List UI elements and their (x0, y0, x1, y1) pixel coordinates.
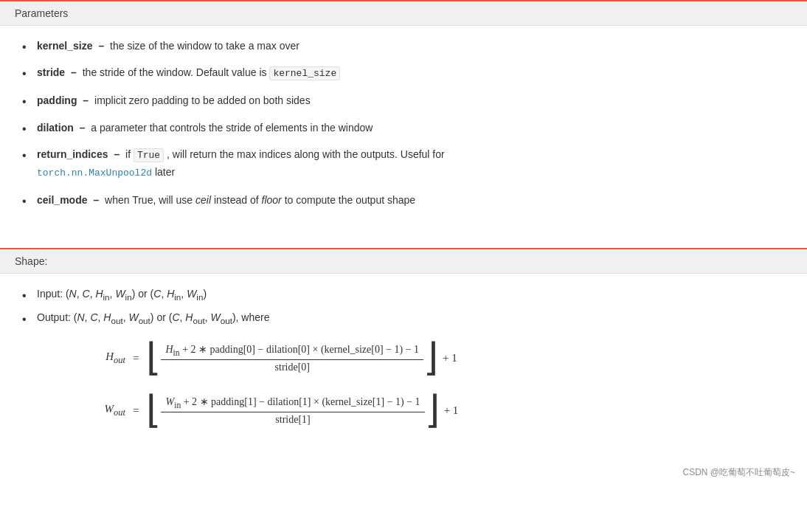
param-name: stride (37, 66, 65, 78)
math-block-hout: Hout = ⌊ Hin + 2 ∗ padding[0] − dilation… (66, 341, 792, 428)
parameters-content: kernel_size – the size of the window to … (0, 26, 807, 233)
parameters-section: Parameters kernel_size – the size of the… (0, 0, 807, 233)
param-dash: – (114, 148, 122, 160)
param-dash: – (80, 122, 89, 134)
input-formula: (N, C, Hin, Win) or (C, Hin, Win) (66, 288, 207, 300)
hout-lhs: Hout (66, 350, 125, 366)
list-item: Output: (N, C, Hout, Wout) or (C, Hout, … (22, 309, 792, 328)
hout-rhs: ⌊ Hin + 2 ∗ padding[0] − dilation[0] × (… (146, 341, 457, 376)
wout-equation: Wout = ⌊ Win + 2 ∗ padding[1] − dilation… (66, 393, 792, 428)
list-item: return_indices – if True , will return t… (22, 146, 792, 182)
parameters-header: Parameters (0, 1, 807, 26)
wout-numerator: Win + 2 ∗ padding[1] − dilation[1] × (ke… (161, 394, 424, 412)
wout-fraction: Win + 2 ∗ padding[1] − dilation[1] × (ke… (161, 394, 424, 427)
param-dash: – (93, 194, 102, 206)
floor-open-bracket: ⌊ (146, 393, 161, 428)
output-formula: (N, C, Hout, Wout) or (C, Hout, Wout), w… (74, 311, 270, 323)
floor-close-bracket: ⌋ (423, 341, 438, 376)
hout-equation: Hout = ⌊ Hin + 2 ∗ padding[0] − dilation… (66, 341, 792, 376)
list-item: ceil_mode – when True, will use ceil ins… (22, 192, 792, 208)
list-item: padding – implicit zero padding to be ad… (22, 92, 792, 108)
shape-header: Shape: (0, 249, 807, 274)
inline-code: True (134, 148, 164, 162)
param-desc-cont: torch.nn.MaxUnpool2d later (37, 166, 175, 178)
param-name: kernel_size (37, 40, 93, 52)
list-item: Input: (N, C, Hin, Win) or (C, Hin, Win) (22, 286, 792, 305)
plus-one: + 1 (443, 352, 457, 365)
floor-close-bracket: ⌋ (425, 393, 440, 428)
eq-sign: = (133, 352, 139, 365)
wout-rhs: ⌊ Win + 2 ∗ padding[1] − dilation[1] × (… (146, 393, 458, 428)
shape-content: Input: (N, C, Hin, Win) or (C, Hin, Win)… (0, 274, 807, 460)
hout-fraction: Hin + 2 ∗ padding[0] − dilation[0] × (ke… (161, 342, 423, 375)
list-item: dilation – a parameter that controls the… (22, 120, 792, 136)
hout-denominator: stride[0] (271, 360, 314, 375)
plus-one: + 1 (444, 404, 459, 417)
param-desc: if True , will return the max indices al… (125, 148, 445, 160)
hout-numerator: Hin + 2 ∗ padding[0] − dilation[0] × (ke… (161, 342, 423, 360)
shape-section: Shape: Input: (N, C, Hin, Win) or (C, Hi… (0, 248, 807, 460)
param-list: kernel_size – the size of the window to … (22, 38, 792, 208)
eq-sign: = (133, 404, 139, 417)
italic-ceil: ceil (195, 194, 211, 206)
wout-denominator: stride[1] (271, 412, 314, 427)
param-dash: – (98, 40, 107, 52)
list-item: kernel_size – the size of the window to … (22, 38, 792, 54)
inline-code: kernel_size (269, 66, 340, 80)
param-dash: – (83, 94, 91, 106)
output-label: Output: (37, 311, 74, 323)
param-name: padding (37, 94, 77, 106)
param-name: ceil_mode (37, 194, 87, 206)
shape-list: Input: (N, C, Hin, Win) or (C, Hin, Win)… (22, 286, 792, 328)
italic-floor: floor (262, 194, 282, 206)
param-dash: – (71, 66, 80, 78)
param-desc: when True, will use ceil instead of floo… (105, 194, 415, 206)
param-name: dilation (37, 122, 74, 134)
wout-lhs: Wout (66, 403, 125, 418)
param-desc: the size of the window to take a max ove… (110, 40, 299, 52)
param-name: return_indices (37, 148, 108, 160)
torch-link[interactable]: torch.nn.MaxUnpool2d (37, 167, 152, 179)
page-container: Parameters kernel_size – the size of the… (0, 0, 807, 485)
watermark: CSDN @吃葡萄不吐葡萄皮~ (0, 460, 807, 485)
list-item: stride – the stride of the window. Defau… (22, 64, 792, 82)
input-label: Input: (37, 288, 66, 300)
param-desc: implicit zero padding to be added on bot… (94, 94, 311, 106)
param-desc: the stride of the window. Default value … (83, 66, 341, 78)
floor-open-bracket: ⌊ (146, 341, 161, 376)
param-desc: a parameter that controls the stride of … (91, 122, 373, 134)
